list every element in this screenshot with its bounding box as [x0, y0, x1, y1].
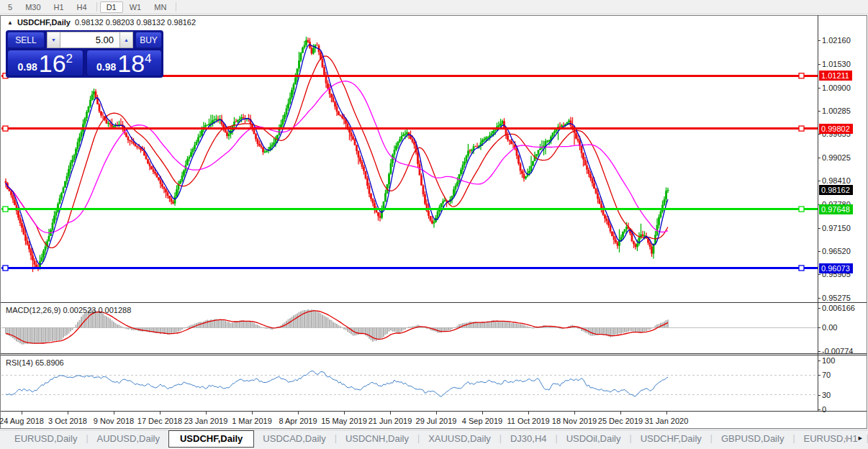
macd-tick-label: 0.00	[822, 323, 837, 332]
axis-tick	[818, 181, 820, 181]
chart-tab-usdchf-daily[interactable]: USDCHF,Daily	[632, 430, 710, 446]
chart-tab-dj30-h4[interactable]: DJ30,H4	[502, 430, 556, 446]
sell-button[interactable]: SELL	[7, 32, 45, 48]
rsi-tick-label: 100	[822, 356, 835, 365]
chart-symbol: USDCHF,Daily	[17, 18, 71, 27]
date-tick	[390, 412, 391, 414]
date-tick	[252, 412, 253, 414]
price-tick-label: 0.99025	[822, 153, 851, 162]
chart-ohlc-values: 0.98132 0.98203 0.98132 0.98162	[75, 18, 196, 27]
timeframe-H1[interactable]: H1	[48, 1, 71, 13]
chart-tab-usdchf-daily[interactable]: USDCHF,Daily	[168, 430, 254, 448]
date-label: 11 Oct 2019	[507, 417, 549, 425]
date-label: 23 Jan 2019	[184, 417, 228, 425]
bid-price-pips: 2	[66, 52, 73, 66]
toolbar-separator	[176, 2, 176, 12]
axis-tick	[818, 88, 820, 89]
axis-tick	[818, 158, 820, 158]
buy-button[interactable]: BUY	[135, 32, 162, 48]
date-tick	[68, 412, 68, 414]
timeframe-5[interactable]: 5	[1, 1, 19, 13]
chart-tab-usdoil-daily[interactable]: USDOil,Daily	[558, 430, 630, 446]
mt4-window: 5M30H1H4D1W1MN ▲ USDCHF,Daily 0.98132 0.…	[0, 0, 868, 449]
date-tick	[666, 412, 667, 414]
price-tick-label: 0.95275	[822, 294, 851, 302]
axis-tick	[818, 111, 820, 112]
price-tick-label: 0.98410	[822, 176, 851, 185]
date-tick	[620, 412, 621, 414]
chart-tab-audusd-daily[interactable]: AUDUSD,Daily	[89, 430, 168, 446]
rsi-tick-label: 30	[822, 391, 831, 399]
chart-tab-gbpusd-daily[interactable]: GBPUSD,Daily	[713, 430, 792, 446]
price-tick-label: 0.97150	[822, 224, 851, 232]
chart-tab-usdcad-daily[interactable]: USDCAD,Daily	[254, 430, 334, 446]
one-click-trade-panel: SELL ▼ ▲ BUY 0.98 16 2 0.98 18 4	[6, 30, 163, 78]
chart-tab-eurusd-daily[interactable]: EURUSD,Daily	[6, 430, 86, 446]
macd-values: 0.002523 0.001288	[63, 306, 131, 314]
timeframe-M30[interactable]: M30	[19, 1, 47, 13]
rsi-value: 65.8906	[35, 358, 64, 367]
price-tick-label: 1.00900	[822, 83, 851, 92]
chart-tab-usdcnh-daily[interactable]: USDCNH,Daily	[337, 430, 417, 446]
tab-scroll-right-icon[interactable]: ▸	[858, 433, 862, 443]
price-tick-label: 1.00285	[822, 106, 851, 115]
axis-tick	[818, 351, 820, 352]
tab-scroll-left-icon[interactable]: ◂	[844, 433, 849, 443]
ask-price-prefix: 0.98	[96, 61, 116, 73]
rsi-tick-label: 70	[822, 371, 831, 379]
date-label: 15 May 2019	[321, 417, 367, 425]
axis-tick	[818, 409, 820, 410]
sell-price-button[interactable]: 0.98 16 2	[7, 50, 83, 76]
date-label: 1 Mar 2019	[232, 417, 272, 425]
collapse-chart-icon[interactable]: ▲	[7, 19, 13, 26]
macd-tick-label: 0.006166	[822, 304, 855, 312]
date-label: 31 Jan 2020	[645, 417, 689, 425]
rsi-tick-label: 0	[822, 405, 826, 414]
chart-title: ▲ USDCHF,Daily 0.98132 0.98203 0.98132 0…	[7, 18, 196, 27]
volume-increase-button[interactable]: ▲	[119, 32, 133, 48]
price-axis[interactable]: 1.021601.015301.009001.002850.996550.990…	[818, 15, 868, 411]
axis-tick	[818, 64, 820, 65]
rsi-indicator-canvas	[1, 355, 818, 411]
timeframe-H4[interactable]: H4	[71, 1, 94, 13]
axis-tick	[818, 395, 820, 396]
axis-tick	[818, 274, 820, 275]
axis-tick	[818, 251, 820, 252]
date-tick	[436, 412, 437, 414]
price-badge-0.96073: 0.96073	[819, 263, 853, 273]
date-label: 9 Nov 2018	[94, 417, 134, 425]
toolbar-separator	[96, 2, 97, 12]
chart-tab-bar: EURUSD,Daily|AUDUSD,DailyUSDCHF,DailyUSD…	[0, 430, 868, 449]
volume-input[interactable]	[60, 32, 119, 48]
price-badge-0.97648: 0.97648	[819, 204, 853, 214]
date-label: 21 Jun 2019	[369, 417, 412, 425]
date-tick	[344, 412, 345, 414]
axis-tick	[818, 298, 820, 299]
date-tick	[528, 412, 529, 414]
timeframe-W1[interactable]: W1	[123, 1, 148, 13]
tab-scroll-arrows: ◂ ▸	[844, 433, 862, 443]
date-label: 24 Aug 2018	[0, 417, 44, 425]
date-tick	[206, 412, 207, 414]
axis-tick	[818, 134, 820, 135]
date-tick	[298, 412, 299, 414]
price-badge-0.99802: 0.99802	[819, 124, 853, 134]
volume-decrease-button[interactable]: ▼	[47, 32, 60, 48]
chart-tab-xauusd-daily[interactable]: XAUUSD,Daily	[420, 430, 499, 446]
date-axis[interactable]: 24 Aug 20183 Oct 20189 Nov 201817 Dec 20…	[0, 412, 818, 428]
date-label: 17 Dec 2018	[137, 417, 182, 425]
buy-price-button[interactable]: 0.98 18 4	[86, 50, 163, 76]
date-tick	[114, 412, 114, 414]
axis-tick	[818, 327, 820, 328]
pane-divider-macd-rsi[interactable]	[1, 353, 867, 354]
axis-tick	[818, 375, 820, 376]
macd-label: MACD(12,26,9) 0.002523 0.001288	[6, 306, 131, 314]
price-tick-label: 1.02160	[822, 36, 851, 45]
timeframe-D1[interactable]: D1	[100, 1, 123, 13]
date-label: 18 Nov 2019	[552, 417, 597, 425]
rsi-label: RSI(14) 65.8906	[6, 358, 64, 367]
date-label: 8 Apr 2019	[279, 417, 317, 425]
macd-tick-label: -0.00774	[822, 347, 853, 355]
axis-tick	[818, 40, 820, 41]
timeframe-MN[interactable]: MN	[148, 1, 173, 13]
